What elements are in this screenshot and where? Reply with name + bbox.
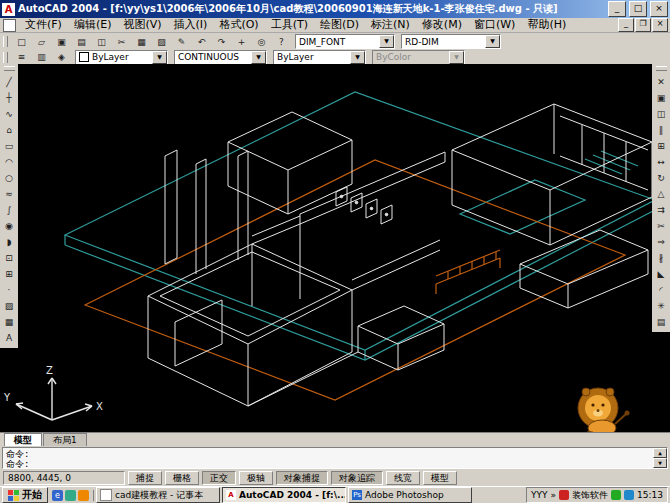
menu-item[interactable]: 标注(N): [365, 18, 416, 32]
scroll-up-icon[interactable]: ▲: [653, 448, 667, 458]
construction-line-icon[interactable]: ┼: [0, 90, 18, 106]
volume-icon[interactable]: [624, 490, 634, 500]
polyline-icon[interactable]: ∿: [0, 106, 18, 122]
properties-icon[interactable]: ▤: [652, 314, 670, 330]
task-button[interactable]: A AutoCAD 2004 - [f:\...: [222, 487, 346, 503]
layer-states-icon[interactable]: ▥: [32, 49, 51, 65]
desktop-icon[interactable]: [65, 490, 76, 501]
erase-icon[interactable]: ✕: [652, 74, 670, 90]
chevron-down-icon[interactable]: ▼: [251, 51, 266, 64]
pan-icon[interactable]: +: [232, 34, 251, 50]
toolbar-grip[interactable]: [3, 52, 8, 63]
menu-item[interactable]: 文件(F): [19, 18, 68, 32]
menu-item[interactable]: 编辑(E): [68, 18, 118, 32]
menu-item[interactable]: 视图(V): [117, 18, 167, 32]
status-toggle-button[interactable]: 线宽: [386, 471, 420, 485]
layout-tab[interactable]: 布局1: [43, 433, 87, 446]
layers-icon[interactable]: ≡: [12, 49, 31, 65]
break-icon[interactable]: ∦: [652, 250, 670, 266]
status-toggle-button[interactable]: 对象追踪: [331, 471, 383, 485]
array-icon[interactable]: ⊞: [652, 138, 670, 154]
offset-icon[interactable]: ∥: [652, 122, 670, 138]
stretch-icon[interactable]: ⇉: [652, 202, 670, 218]
menu-item[interactable]: 格式(O): [213, 18, 264, 32]
command-scrollbar[interactable]: ▲ ▼: [653, 448, 667, 468]
language-indicator[interactable]: YYY: [531, 490, 548, 500]
mirror-icon[interactable]: ◫: [652, 106, 670, 122]
close-button[interactable]: ×: [650, 1, 668, 17]
redo-icon[interactable]: ↷: [212, 34, 231, 50]
point-icon[interactable]: ·: [0, 282, 18, 298]
tray-app-icon[interactable]: [559, 490, 569, 500]
chevron-down-icon[interactable]: ▼: [152, 51, 167, 64]
mdi-restore-button[interactable]: ❐: [635, 18, 651, 32]
open-icon[interactable]: ▱: [32, 34, 51, 50]
antivirus-icon[interactable]: [611, 490, 621, 500]
tray-label[interactable]: 装饰软件: [572, 489, 608, 502]
scale-icon[interactable]: △: [652, 186, 670, 202]
coordinate-readout[interactable]: 8800, 4445, 0: [3, 471, 125, 485]
chamfer-icon[interactable]: ◣: [652, 266, 670, 282]
status-toggle-button[interactable]: 极轴: [239, 471, 273, 485]
make-layer-current-icon[interactable]: ◈: [52, 49, 71, 65]
status-toggle-button[interactable]: 捕捉: [128, 471, 162, 485]
layout-tab[interactable]: 模型: [4, 433, 42, 446]
spline-icon[interactable]: ∫: [0, 202, 18, 218]
undo-icon[interactable]: ↶: [192, 34, 211, 50]
arc-icon[interactable]: ◠: [0, 154, 18, 170]
ie-icon[interactable]: e: [52, 490, 63, 501]
toolbar-grip[interactable]: [4, 66, 15, 71]
chevron-right-icon[interactable]: »: [551, 490, 557, 500]
menu-item[interactable]: 插入(I): [168, 18, 214, 32]
move-icon[interactable]: ↔: [652, 154, 670, 170]
text-style-combo[interactable]: DIM_FONT ▼: [295, 34, 395, 49]
trim-icon[interactable]: ✂: [652, 218, 670, 234]
minimize-button[interactable]: _: [608, 1, 626, 17]
menu-item[interactable]: 窗口(W): [468, 18, 521, 32]
toolbar-grip[interactable]: [3, 36, 8, 47]
match-properties-icon[interactable]: ✎: [172, 34, 191, 50]
media-player-icon[interactable]: [78, 490, 89, 501]
hatch-icon[interactable]: ▨: [0, 298, 18, 314]
revision-cloud-icon[interactable]: ≈: [0, 186, 18, 202]
print-preview-icon[interactable]: ◫: [92, 34, 111, 50]
chevron-down-icon[interactable]: ▼: [379, 35, 394, 48]
command-history[interactable]: 命令: 命令: ▲ ▼: [2, 447, 668, 469]
mdi-close-button[interactable]: ×: [652, 18, 668, 32]
ellipse-arc-icon[interactable]: ◗: [0, 234, 18, 250]
explode-icon[interactable]: ✳: [652, 298, 670, 314]
line-icon[interactable]: ╱: [0, 74, 18, 90]
circle-icon[interactable]: ○: [0, 170, 18, 186]
cut-icon[interactable]: ✂: [112, 34, 131, 50]
task-button[interactable]: Ps Adobe Photoshop: [348, 487, 472, 503]
region-icon[interactable]: ▦: [0, 314, 18, 330]
chevron-down-icon[interactable]: ▼: [449, 51, 464, 64]
help-icon[interactable]: ?: [272, 34, 291, 50]
lion-mascot[interactable]: [578, 388, 630, 432]
chevron-down-icon[interactable]: ▼: [350, 51, 365, 64]
fillet-icon[interactable]: ◜: [652, 282, 670, 298]
start-button[interactable]: 开始: [2, 487, 48, 503]
maximize-button[interactable]: □: [629, 1, 647, 17]
status-toggle-button[interactable]: 模型: [423, 471, 457, 485]
extend-icon[interactable]: ⇒: [652, 234, 670, 250]
paste-icon[interactable]: ▨: [152, 34, 171, 50]
lineweight-combo[interactable]: ByLayer ▼: [273, 50, 366, 65]
drawing-canvas[interactable]: Z X Y: [0, 64, 670, 432]
clock[interactable]: 15:13: [637, 490, 663, 500]
menu-item[interactable]: 帮助(H): [521, 18, 572, 32]
print-icon[interactable]: ▤: [72, 34, 91, 50]
save-icon[interactable]: ▣: [52, 34, 71, 50]
toolbar-grip[interactable]: [656, 66, 667, 71]
linetype-combo[interactable]: CONTINUOUS ▼: [174, 50, 267, 65]
plot-style-combo[interactable]: ByColor ▼: [372, 50, 465, 65]
zoom-icon[interactable]: ◎: [252, 34, 271, 50]
task-button[interactable]: cad建模教程 - 记事本: [96, 487, 220, 503]
chevron-down-icon[interactable]: ▼: [485, 35, 500, 48]
make-block-icon[interactable]: ⊞: [0, 266, 18, 282]
status-toggle-button[interactable]: 正交: [202, 471, 236, 485]
dim-style-combo[interactable]: RD-DIM ▼: [401, 34, 501, 49]
multiline-text-icon[interactable]: A: [0, 330, 18, 346]
status-toggle-button[interactable]: 栅格: [165, 471, 199, 485]
rectangle-icon[interactable]: ▭: [0, 138, 18, 154]
